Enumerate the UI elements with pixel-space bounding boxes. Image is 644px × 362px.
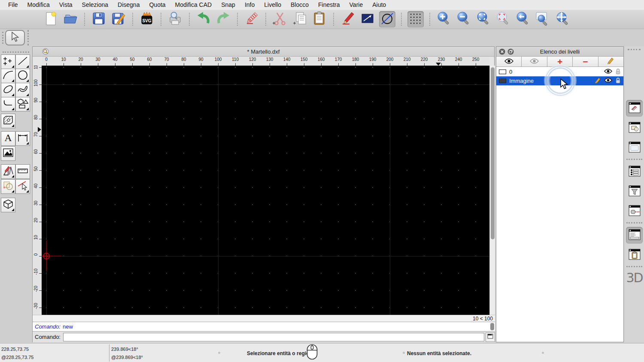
construction-circle-icon <box>380 11 395 27</box>
new-file-button[interactable] <box>43 11 59 27</box>
explode-tool-button[interactable] <box>1 179 15 194</box>
previous-view-button[interactable] <box>515 11 531 27</box>
polyline-tool-button[interactable] <box>1 97 15 112</box>
grid-axis-y0 <box>42 256 489 256</box>
shapes-tool-button[interactable] <box>15 97 30 112</box>
selection-status: Nessun entità selezionate. <box>407 350 471 356</box>
trim-tool-button[interactable] <box>15 179 30 194</box>
open-file-button[interactable] <box>62 11 79 27</box>
export-svg-button[interactable]: SVG <box>139 11 155 27</box>
layer-color-swatch[interactable] <box>499 78 506 83</box>
paste-button[interactable] <box>311 11 328 27</box>
pointer-tool-toggle[interactable] <box>626 203 643 220</box>
layer-visible-eye-icon[interactable] <box>604 69 612 75</box>
history-scrollbar[interactable] <box>489 322 495 331</box>
modify-tool-button[interactable] <box>1 164 15 179</box>
construction-mode-button[interactable] <box>379 11 395 27</box>
measure-tool-button[interactable] <box>15 164 30 179</box>
clipboard-panel-toggle[interactable] <box>626 247 643 263</box>
layer-row-0[interactable]: 0 <box>496 67 623 76</box>
save-button[interactable] <box>91 11 107 27</box>
copy-button[interactable] <box>292 11 308 27</box>
menu-item-file[interactable]: File <box>3 0 23 10</box>
auto-zoom-button[interactable] <box>475 11 492 27</box>
view-3d-toggle[interactable]: 3D <box>625 270 644 285</box>
h-ruler-label: 30 <box>95 57 100 62</box>
layer-visible-eye-icon[interactable] <box>604 78 612 84</box>
undock-panel-icon[interactable] <box>507 48 514 56</box>
ellipse-tool-button[interactable] <box>1 83 15 97</box>
add-layer-button[interactable]: + <box>547 57 573 67</box>
library-browser-toggle[interactable] <box>626 139 643 156</box>
palette-drag-handle[interactable] <box>3 51 29 53</box>
layer-lock-icon[interactable] <box>615 68 621 76</box>
dimension-tool-button[interactable] <box>15 131 30 146</box>
save-as-button[interactable] <box>110 11 127 27</box>
circle-tool-button[interactable] <box>15 69 30 83</box>
dock-separator <box>626 222 642 223</box>
scrollbar-thumb[interactable] <box>490 323 494 330</box>
h-ruler-label: 10 <box>61 57 66 62</box>
view-list-icon <box>629 166 641 178</box>
cut-button[interactable] <box>272 11 288 27</box>
dock-drag-handle[interactable] <box>628 49 641 50</box>
detach-command-button[interactable] <box>486 332 495 342</box>
spline-tool-button[interactable] <box>15 83 30 97</box>
points-tool-button[interactable] <box>1 54 15 69</box>
menu-item-info[interactable]: Info <box>240 0 259 10</box>
show-all-layers-button[interactable] <box>496 57 522 67</box>
document-window: * Martello.dxf 0102030405060708090100110… <box>32 46 495 342</box>
property-editor-toggle[interactable] <box>626 100 643 117</box>
erase-button[interactable] <box>243 11 260 27</box>
line-properties-button[interactable] <box>359 11 376 27</box>
grid-toggle-button[interactable] <box>407 11 424 27</box>
print-preview-button[interactable] <box>167 11 183 27</box>
menu-item-varie[interactable]: Varie <box>345 0 368 10</box>
redo-button[interactable] <box>215 11 231 27</box>
hide-all-layers-button[interactable] <box>522 57 547 67</box>
toolbar-drag-handle[interactable] <box>2 32 3 44</box>
remove-layer-button[interactable]: − <box>573 57 598 67</box>
toolbar-drag-handle[interactable] <box>27 30 29 45</box>
edit-layer-button[interactable] <box>598 57 623 67</box>
pan-button[interactable] <box>554 11 571 27</box>
drawing-canvas[interactable] <box>42 66 489 315</box>
block-list-toggle[interactable] <box>626 120 643 136</box>
menu-item-quota[interactable]: Quota <box>144 0 170 10</box>
layer-edit-pencil-icon[interactable] <box>595 77 601 85</box>
zoom-selection-button[interactable] <box>495 11 511 27</box>
selection-filter-toggle[interactable] <box>626 183 643 200</box>
menu-item-modifica-cad[interactable]: Modifica CAD <box>170 0 217 10</box>
edit-pencil-button[interactable] <box>340 11 356 27</box>
menu-item-finestra[interactable]: Finestra <box>313 0 345 10</box>
menu-item-seleziona[interactable]: Seleziona <box>77 0 113 10</box>
menu-item-disegna[interactable]: Disegna <box>113 0 144 10</box>
menu-item-modifica[interactable]: Modifica <box>23 0 55 10</box>
layer-color-swatch[interactable] <box>499 69 506 74</box>
h-ruler-label: 150 <box>301 57 308 62</box>
zoom-window-button[interactable] <box>535 11 551 27</box>
arc-tool-button[interactable] <box>1 69 15 83</box>
close-panel-icon[interactable] <box>499 48 505 56</box>
view-list-toggle[interactable] <box>626 163 643 180</box>
command-input[interactable] <box>63 333 484 341</box>
zoom-in-button[interactable] <box>436 11 452 27</box>
undo-button[interactable] <box>195 11 212 27</box>
command-line-toggle[interactable] <box>626 227 643 244</box>
scrollbar-thumb[interactable] <box>491 67 495 239</box>
selection-pointer-button[interactable] <box>5 30 25 45</box>
canvas-vertical-scrollbar[interactable] <box>489 66 495 315</box>
image-tool-button[interactable] <box>1 146 15 161</box>
menu-item-snap[interactable]: Snap <box>216 0 240 10</box>
h-ruler-label: 180 <box>352 57 359 62</box>
zoom-out-button[interactable] <box>456 11 472 27</box>
hatch-tool-button[interactable] <box>1 114 15 128</box>
layer-lock-icon[interactable] <box>615 77 621 85</box>
menu-item-aiuto[interactable]: Aiuto <box>368 0 391 10</box>
line-tool-button[interactable] <box>15 54 30 69</box>
menu-item-blocco[interactable]: Blocco <box>286 0 313 10</box>
menu-item-livello[interactable]: Livello <box>259 0 286 10</box>
text-tool-button[interactable]: A <box>1 131 15 146</box>
solid-3d-tool-button[interactable] <box>1 198 15 212</box>
menu-item-vista[interactable]: Vista <box>55 0 77 10</box>
